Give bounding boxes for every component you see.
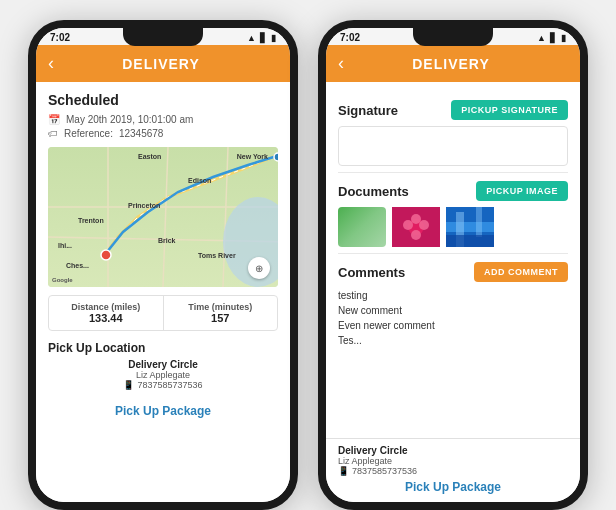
google-label: Google <box>52 277 73 283</box>
left-phone: 7:02 ▲ ▋ ▮ ‹ DELIVERY Scheduled 📅 May 20… <box>28 20 298 510</box>
right-pickup-footer: Delivery Circle Liz Applegate 📱 78375857… <box>326 438 580 502</box>
add-comment-button[interactable]: ADD COMMENT <box>474 262 568 282</box>
comments-label: Comments <box>338 265 405 280</box>
pickup-section-title: Pick Up Location <box>48 341 278 355</box>
right-notch <box>413 28 493 46</box>
right-battery-icon: ▮ <box>561 33 566 43</box>
left-notch <box>123 28 203 46</box>
signature-label: Signature <box>338 103 398 118</box>
stats-row: Distance (miles) 133.44 Time (minutes) 1… <box>48 295 278 331</box>
princeton-label: Princeton <box>128 202 160 209</box>
wifi-icon: ▲ <box>247 33 256 43</box>
left-status-icons: ▲ ▋ ▮ <box>247 33 276 43</box>
signature-row: Signature PICKUP SIGNATURE <box>338 100 568 120</box>
trenton-label: Trenton <box>78 217 104 224</box>
distance-label: Distance (miles) <box>53 302 159 312</box>
pickup-phone: 📱 7837585737536 <box>48 380 278 390</box>
edison-label: Edison <box>188 177 211 184</box>
divider-1 <box>338 172 568 173</box>
brick-label: Brick <box>158 237 176 244</box>
chester-label: Ches... <box>66 262 89 269</box>
comments-row: Comments ADD COMMENT <box>338 262 568 282</box>
comment-1: testing <box>338 288 568 303</box>
scheduled-title: Scheduled <box>48 92 278 108</box>
svg-point-12 <box>403 220 413 230</box>
pickup-signature-button[interactable]: PICKUP SIGNATURE <box>451 100 568 120</box>
reference-row: 🏷 Reference: 12345678 <box>48 128 278 139</box>
pickup-company: Delivery Circle <box>48 359 278 370</box>
time-label: Time (minutes) <box>168 302 274 312</box>
date-value: May 20th 2019, 10:01:00 am <box>66 114 193 125</box>
documents-images <box>338 207 568 247</box>
svg-point-10 <box>411 214 421 224</box>
right-signal-icon: ▋ <box>550 33 557 43</box>
svg-point-6 <box>101 250 111 260</box>
comment-2: New comment <box>338 303 568 318</box>
right-content: Signature PICKUP SIGNATURE Documents PIC… <box>326 82 580 438</box>
comment-3: Even newer comment <box>338 318 568 333</box>
pink-flower-svg <box>392 207 440 247</box>
left-header-title: DELIVERY <box>62 56 260 72</box>
footer-name: Liz Applegate <box>338 456 568 466</box>
pickup-section: Pick Up Location Delivery Circle Liz App… <box>48 341 278 390</box>
left-header: ‹ DELIVERY <box>36 45 290 82</box>
right-header-title: DELIVERY <box>352 56 550 72</box>
footer-company: Delivery Circle <box>338 445 568 456</box>
waterfall-svg <box>446 207 494 247</box>
distance-stat: Distance (miles) 133.44 <box>49 296 164 330</box>
right-header: ‹ DELIVERY <box>326 45 580 82</box>
signature-area[interactable] <box>338 126 568 166</box>
pickup-image-button[interactable]: PICKUP IMAGE <box>476 181 568 201</box>
svg-rect-17 <box>476 207 482 237</box>
comments-list: testing New comment Even newer comment T… <box>338 288 568 348</box>
svg-rect-15 <box>446 222 494 232</box>
reference-label: Reference: <box>64 128 113 139</box>
toms-river-label: Toms River <box>198 252 236 259</box>
right-time: 7:02 <box>340 32 360 43</box>
pickup-button[interactable]: Pick Up Package <box>48 398 278 424</box>
documents-row: Documents PICKUP IMAGE <box>338 181 568 201</box>
right-phone: 7:02 ▲ ▋ ▮ ‹ DELIVERY Signature PICKUP S… <box>318 20 588 510</box>
date-row: 📅 May 20th 2019, 10:01:00 am <box>48 114 278 125</box>
ny-label: New York <box>237 153 268 160</box>
left-time: 7:02 <box>50 32 70 43</box>
phone-icon: 📱 <box>123 380 134 390</box>
doc-image-pink[interactable] <box>392 207 440 247</box>
svg-rect-18 <box>446 235 494 247</box>
left-back-button[interactable]: ‹ <box>48 53 54 74</box>
footer-phone-icon: 📱 <box>338 466 349 476</box>
right-back-button[interactable]: ‹ <box>338 53 344 74</box>
documents-label: Documents <box>338 184 409 199</box>
svg-line-4 <box>223 147 228 287</box>
distance-value: 133.44 <box>53 312 159 324</box>
footer-phone: 📱 7837585737536 <box>338 466 568 476</box>
footer-phone-value: 7837585737536 <box>352 466 417 476</box>
compass-button[interactable]: ⊕ <box>248 257 270 279</box>
svg-line-3 <box>163 147 168 287</box>
doc-image-waterfall[interactable] <box>446 207 494 247</box>
left-content: Scheduled 📅 May 20th 2019, 10:01:00 am 🏷… <box>36 82 290 502</box>
map-container: New York Easton Edison Princeton Trenton… <box>48 147 278 287</box>
tag-icon: 🏷 <box>48 128 58 139</box>
right-status-icons: ▲ ▋ ▮ <box>537 33 566 43</box>
doc-image-green[interactable] <box>338 207 386 247</box>
footer-pickup-button[interactable]: Pick Up Package <box>338 476 568 496</box>
map-background: New York Easton Edison Princeton Trenton… <box>48 147 278 287</box>
pickup-phone-value: 7837585737536 <box>137 380 202 390</box>
time-value: 157 <box>168 312 274 324</box>
svg-point-13 <box>411 230 421 240</box>
svg-point-7 <box>274 153 278 161</box>
easton-label: Easton <box>138 153 161 160</box>
time-stat: Time (minutes) 157 <box>164 296 278 330</box>
comment-4: Tes... <box>338 333 568 348</box>
philly-label: lhi... <box>58 242 72 249</box>
calendar-icon: 📅 <box>48 114 60 125</box>
signal-icon: ▋ <box>260 33 267 43</box>
pickup-name: Liz Applegate <box>48 370 278 380</box>
divider-2 <box>338 253 568 254</box>
reference-value: 12345678 <box>119 128 164 139</box>
right-wifi-icon: ▲ <box>537 33 546 43</box>
svg-point-11 <box>419 220 429 230</box>
battery-icon: ▮ <box>271 33 276 43</box>
